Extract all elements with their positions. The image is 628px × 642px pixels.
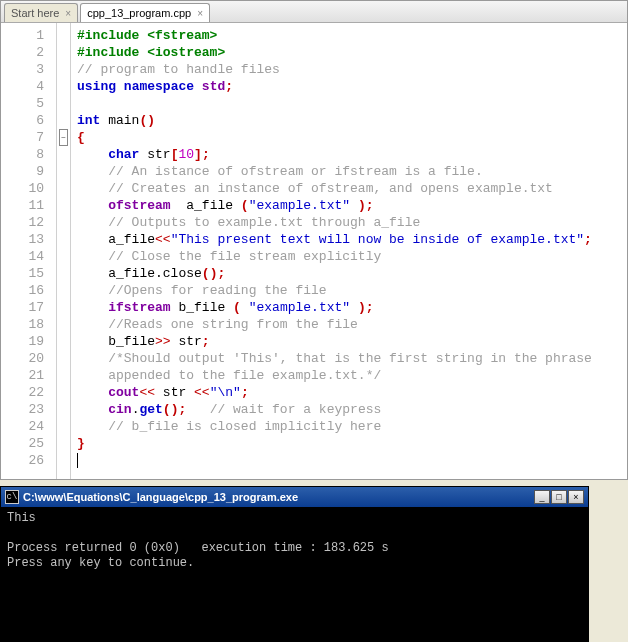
tab-source-file[interactable]: cpp_13_program.cpp × bbox=[80, 3, 210, 22]
fold-slot bbox=[57, 316, 70, 333]
line-number: 2 bbox=[5, 44, 44, 61]
fold-slot bbox=[57, 180, 70, 197]
code-line[interactable]: // An istance of ofstream or ifstream is… bbox=[77, 163, 621, 180]
line-number: 23 bbox=[5, 401, 44, 418]
code-line[interactable]: a_file.close(); bbox=[77, 265, 621, 282]
code-line[interactable]: cin.get(); // wait for a keypress bbox=[77, 401, 621, 418]
maximize-button[interactable]: □ bbox=[551, 490, 567, 504]
code-line[interactable]: // Close the file stream explicitly bbox=[77, 248, 621, 265]
fold-slot bbox=[57, 214, 70, 231]
tab-start-here[interactable]: Start here × bbox=[4, 3, 78, 22]
code-line[interactable]: // Creates an instance of ofstream, and … bbox=[77, 180, 621, 197]
line-number: 18 bbox=[5, 316, 44, 333]
code-line[interactable]: #include <iostream> bbox=[77, 44, 621, 61]
fold-slot: − bbox=[57, 129, 70, 146]
line-number: 1 bbox=[5, 27, 44, 44]
fold-slot bbox=[57, 384, 70, 401]
fold-column: − bbox=[57, 23, 71, 479]
editor-body: 1234567891011121314151617181920212223242… bbox=[1, 23, 627, 479]
window-buttons: _ □ × bbox=[534, 490, 584, 504]
code-line[interactable]: // b_file is closed implicitly here bbox=[77, 418, 621, 435]
fold-slot bbox=[57, 452, 70, 469]
code-line[interactable]: char str[10]; bbox=[77, 146, 621, 163]
fold-slot bbox=[57, 435, 70, 452]
fold-slot bbox=[57, 299, 70, 316]
tab-label: cpp_13_program.cpp bbox=[87, 7, 191, 19]
line-number: 4 bbox=[5, 78, 44, 95]
line-number: 16 bbox=[5, 282, 44, 299]
fold-slot bbox=[57, 282, 70, 299]
line-number: 13 bbox=[5, 231, 44, 248]
code-line[interactable]: //Opens for reading the file bbox=[77, 282, 621, 299]
close-icon[interactable]: × bbox=[65, 8, 71, 19]
close-icon[interactable]: × bbox=[197, 8, 203, 19]
code-area[interactable]: #include <fstream>#include <iostream>// … bbox=[71, 23, 627, 479]
code-line[interactable]: ifstream b_file ( "example.txt" ); bbox=[77, 299, 621, 316]
code-line[interactable]: ofstream a_file ("example.txt" ); bbox=[77, 197, 621, 214]
fold-slot bbox=[57, 61, 70, 78]
line-number: 22 bbox=[5, 384, 44, 401]
fold-slot bbox=[57, 418, 70, 435]
fold-slot bbox=[57, 112, 70, 129]
code-line[interactable]: //Reads one string from the file bbox=[77, 316, 621, 333]
code-line[interactable]: appended to the file example.txt.*/ bbox=[77, 367, 621, 384]
line-number: 10 bbox=[5, 180, 44, 197]
code-line[interactable]: { bbox=[77, 129, 621, 146]
line-number: 19 bbox=[5, 333, 44, 350]
fold-slot bbox=[57, 367, 70, 384]
code-line[interactable]: int main() bbox=[77, 112, 621, 129]
console-window: c\ C:\www\Equations\C_language\cpp_13_pr… bbox=[0, 486, 589, 642]
line-number: 3 bbox=[5, 61, 44, 78]
fold-slot bbox=[57, 44, 70, 61]
fold-slot bbox=[57, 333, 70, 350]
code-line[interactable]: b_file>> str; bbox=[77, 333, 621, 350]
fold-slot bbox=[57, 248, 70, 265]
line-number: 11 bbox=[5, 197, 44, 214]
line-number: 24 bbox=[5, 418, 44, 435]
fold-toggle-icon[interactable]: − bbox=[59, 129, 68, 146]
line-number: 14 bbox=[5, 248, 44, 265]
console-icon: c\ bbox=[5, 490, 19, 504]
fold-slot bbox=[57, 350, 70, 367]
code-line[interactable]: } bbox=[77, 435, 621, 452]
code-line[interactable]: /*Should output 'This', that is the firs… bbox=[77, 350, 621, 367]
line-number: 5 bbox=[5, 95, 44, 112]
line-number: 25 bbox=[5, 435, 44, 452]
line-number: 7 bbox=[5, 129, 44, 146]
line-number: 9 bbox=[5, 163, 44, 180]
fold-slot bbox=[57, 78, 70, 95]
line-number: 8 bbox=[5, 146, 44, 163]
line-number: 15 bbox=[5, 265, 44, 282]
fold-slot bbox=[57, 163, 70, 180]
tab-label: Start here bbox=[11, 7, 59, 19]
code-line[interactable]: using namespace std; bbox=[77, 78, 621, 95]
code-line[interactable] bbox=[77, 95, 621, 112]
line-number: 6 bbox=[5, 112, 44, 129]
fold-slot bbox=[57, 401, 70, 418]
line-number-gutter: 1234567891011121314151617181920212223242… bbox=[1, 23, 57, 479]
code-line[interactable]: #include <fstream> bbox=[77, 27, 621, 44]
code-line[interactable] bbox=[77, 452, 621, 469]
code-line[interactable]: // Outputs to example.txt through a_file bbox=[77, 214, 621, 231]
tab-bar: Start here × cpp_13_program.cpp × bbox=[1, 1, 627, 23]
fold-slot bbox=[57, 27, 70, 44]
fold-slot bbox=[57, 197, 70, 214]
line-number: 26 bbox=[5, 452, 44, 469]
code-line[interactable]: cout<< str <<"\n"; bbox=[77, 384, 621, 401]
editor-window: Start here × cpp_13_program.cpp × 123456… bbox=[0, 0, 628, 480]
console-titlebar[interactable]: c\ C:\www\Equations\C_language\cpp_13_pr… bbox=[1, 487, 588, 507]
fold-slot bbox=[57, 265, 70, 282]
line-number: 12 bbox=[5, 214, 44, 231]
code-line[interactable]: a_file<<"This present text will now be i… bbox=[77, 231, 621, 248]
minimize-button[interactable]: _ bbox=[534, 490, 550, 504]
line-number: 20 bbox=[5, 350, 44, 367]
console-title-text: C:\www\Equations\C_language\cpp_13_progr… bbox=[23, 491, 534, 503]
console-output[interactable]: This Process returned 0 (0x0) execution … bbox=[1, 507, 588, 642]
close-button[interactable]: × bbox=[568, 490, 584, 504]
fold-slot bbox=[57, 231, 70, 248]
code-line[interactable]: // program to handle files bbox=[77, 61, 621, 78]
fold-slot bbox=[57, 146, 70, 163]
line-number: 21 bbox=[5, 367, 44, 384]
fold-slot bbox=[57, 95, 70, 112]
line-number: 17 bbox=[5, 299, 44, 316]
